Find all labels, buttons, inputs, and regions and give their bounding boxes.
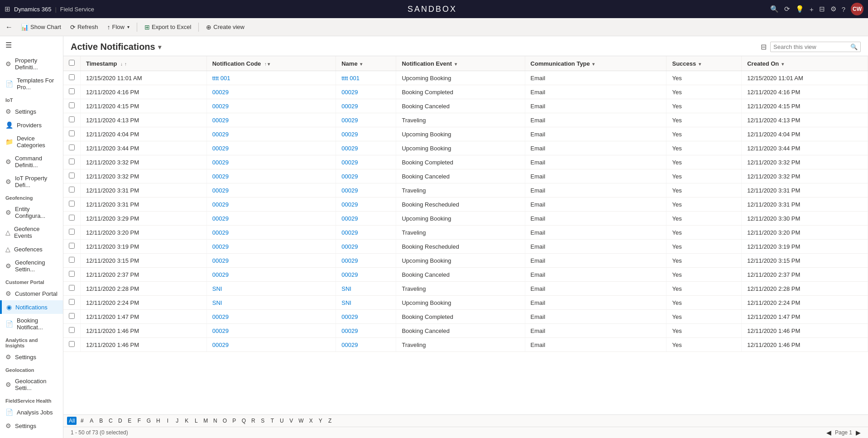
sidebar-item-entity-config[interactable]: ⚙ Entity Configura... xyxy=(0,202,63,222)
alpha-btn-f[interactable]: F xyxy=(135,417,143,425)
row-checkbox[interactable] xyxy=(63,226,81,240)
alpha-btn-g[interactable]: G xyxy=(144,417,153,425)
alpha-btn-b[interactable]: B xyxy=(97,417,105,425)
row-notification-code[interactable]: 00029 xyxy=(206,155,336,169)
search-input[interactable] xyxy=(773,43,849,50)
alpha-btn-i[interactable]: I xyxy=(163,417,172,425)
row-notification-code[interactable]: 00029 xyxy=(206,141,336,155)
row-checkbox[interactable] xyxy=(63,254,81,268)
row-checkbox[interactable] xyxy=(63,71,81,85)
row-name[interactable]: 00029 xyxy=(336,141,396,155)
alpha-btn-o[interactable]: O xyxy=(221,417,229,425)
row-name[interactable]: 00029 xyxy=(336,226,396,240)
sidebar-item-geofencing-settings[interactable]: ⚙ Geofencing Settin... xyxy=(0,256,63,276)
col-communication-type[interactable]: Communication Type ▾ xyxy=(525,56,667,71)
alpha-btn-n[interactable]: N xyxy=(211,417,219,425)
row-checkbox[interactable] xyxy=(63,113,81,127)
row-checkbox[interactable] xyxy=(63,296,81,310)
create-view-button[interactable]: ⊕ Create view xyxy=(202,22,248,33)
row-checkbox[interactable] xyxy=(63,282,81,296)
sidebar-item-property-def[interactable]: ⚙ Property Definiti... xyxy=(0,54,63,74)
alpha-btn-c[interactable]: C xyxy=(106,417,115,425)
sidebar-item-booking-notif[interactable]: 📄 Booking Notificat... xyxy=(0,314,63,334)
row-checkbox[interactable] xyxy=(63,99,81,113)
alpha-btn-q[interactable]: Q xyxy=(240,417,248,425)
settings-icon[interactable]: ⚙ xyxy=(830,5,836,13)
add-icon[interactable]: + xyxy=(810,5,814,13)
alpha-btn-e[interactable]: E xyxy=(125,417,134,425)
row-name[interactable]: 00029 xyxy=(336,183,396,197)
alpha-btn-t[interactable]: T xyxy=(268,417,276,425)
show-chart-button[interactable]: 📊 Show Chart xyxy=(17,22,65,33)
row-checkbox[interactable] xyxy=(63,197,81,212)
alpha-btn-v[interactable]: V xyxy=(287,417,295,425)
app-name[interactable]: Dynamics 365 xyxy=(14,6,51,13)
row-name[interactable]: 00029 xyxy=(336,338,396,352)
lightbulb-icon[interactable]: 💡 xyxy=(796,5,804,13)
row-name[interactable]: 00029 xyxy=(336,240,396,254)
alpha-btn-j[interactable]: J xyxy=(173,417,181,425)
row-name[interactable]: tttt 001 xyxy=(336,71,396,85)
sidebar-item-analytics-settings[interactable]: ⚙ Settings xyxy=(0,350,63,364)
row-name[interactable]: 00029 xyxy=(336,169,396,183)
sidebar-hamburger[interactable]: ☰ xyxy=(0,36,63,54)
row-notification-code[interactable]: 00029 xyxy=(206,310,336,324)
col-timestamp[interactable]: Timestamp ↓↑ xyxy=(81,56,207,71)
alpha-btn-w[interactable]: W xyxy=(297,417,305,425)
col-created-on[interactable]: Created On ▾ xyxy=(742,56,868,71)
row-name[interactable]: 00029 xyxy=(336,254,396,268)
refresh-button[interactable]: ⟳ Refresh xyxy=(67,22,102,33)
row-notification-code[interactable]: 00029 xyxy=(206,338,336,352)
row-checkbox[interactable] xyxy=(63,183,81,197)
alpha-btn-d[interactable]: D xyxy=(116,417,124,425)
row-checkbox[interactable] xyxy=(63,155,81,169)
row-notification-code[interactable]: 00029 xyxy=(206,212,336,226)
view-title-chevron-icon[interactable]: ▾ xyxy=(158,43,161,51)
apps-icon[interactable]: ⊞ xyxy=(5,5,10,13)
alpha-btn-u[interactable]: U xyxy=(278,417,286,425)
col-notification-code[interactable]: Notification Code ↑▾ xyxy=(206,56,336,71)
search-icon[interactable]: 🔍 xyxy=(770,5,779,13)
row-notification-code[interactable]: 00029 xyxy=(206,324,336,338)
back-button[interactable]: ← xyxy=(3,21,15,33)
alpha-btn-a[interactable]: A xyxy=(87,417,96,425)
alpha-btn-p[interactable]: P xyxy=(230,417,238,425)
row-notification-code[interactable]: 00029 xyxy=(206,240,336,254)
row-checkbox[interactable] xyxy=(63,240,81,254)
sidebar-item-customer-portal[interactable]: ⚙ Customer Portal xyxy=(0,287,63,300)
alpha-btn-x[interactable]: X xyxy=(307,417,315,425)
row-name[interactable]: 00029 xyxy=(336,268,396,282)
row-name[interactable]: 00029 xyxy=(336,197,396,212)
alpha-btn-l[interactable]: L xyxy=(192,417,200,425)
flow-button[interactable]: ↑ Flow ▾ xyxy=(103,22,133,33)
row-notification-code[interactable]: 00029 xyxy=(206,85,336,99)
row-name[interactable]: SNI xyxy=(336,282,396,296)
alpha-btn-h[interactable]: H xyxy=(154,417,162,425)
sidebar-item-geolocation-settings[interactable]: ⚙ Geolocation Setti... xyxy=(0,375,63,395)
row-name[interactable]: 00029 xyxy=(336,324,396,338)
alpha-btn-all[interactable]: All xyxy=(67,417,77,425)
row-checkbox[interactable] xyxy=(63,310,81,324)
avatar[interactable]: CW xyxy=(851,3,863,15)
sidebar-item-templates-pro[interactable]: 📄 Templates For Pro... xyxy=(0,74,63,94)
row-notification-code[interactable]: tttt 001 xyxy=(206,71,336,85)
filter-icon[interactable]: ⊟ xyxy=(819,5,825,13)
sidebar-item-command-def[interactable]: ⚙ Command Definiti... xyxy=(0,152,63,172)
sidebar-item-fs-settings[interactable]: ⚙ Settings xyxy=(0,419,63,433)
sidebar-item-analysis-jobs[interactable]: 📄 Analysis Jobs xyxy=(0,405,63,419)
col-success[interactable]: Success ▾ xyxy=(667,56,742,71)
alpha-btn-s[interactable]: S xyxy=(259,417,267,425)
sidebar-item-iot-property[interactable]: ⚙ IoT Property Defi... xyxy=(0,172,63,192)
row-notification-code[interactable]: 00029 xyxy=(206,226,336,240)
sidebar-item-settings[interactable]: ⚙ Settings xyxy=(0,105,63,118)
row-name[interactable]: SNI xyxy=(336,296,396,310)
row-name[interactable]: 00029 xyxy=(336,212,396,226)
refresh-icon[interactable]: ⟳ xyxy=(784,5,790,13)
export-excel-button[interactable]: ⊞ Export to Excel xyxy=(141,22,195,33)
row-notification-code[interactable]: 00029 xyxy=(206,113,336,127)
next-page-button[interactable]: ▶ xyxy=(856,429,861,436)
view-filter-icon[interactable]: ⊟ xyxy=(761,43,767,51)
row-name[interactable]: 00029 xyxy=(336,85,396,99)
help-icon[interactable]: ? xyxy=(842,5,845,13)
alpha-btn-r[interactable]: R xyxy=(249,417,257,425)
